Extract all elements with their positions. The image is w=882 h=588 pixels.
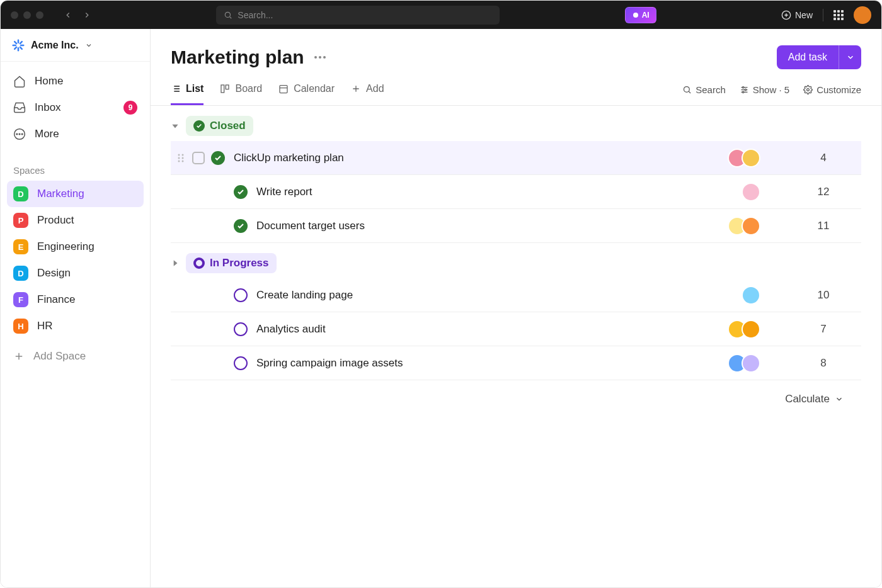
space-name: Marketing [37,188,84,200]
status-icon[interactable] [234,356,248,370]
svg-point-2 [633,13,638,18]
page-more-button[interactable] [314,56,326,59]
forward-icon[interactable] [83,11,91,20]
sidebar-space-finance[interactable]: FFinance [7,286,144,313]
plus-icon [13,351,25,362]
tab-board[interactable]: Board [220,83,262,105]
task-row[interactable]: Document target users 11 [171,209,861,243]
assignee-list [742,183,760,201]
sidebar: Acme Inc. Home Inbox 9 More Spaces DMark… [1,29,151,588]
svg-point-46 [178,160,180,162]
calendar-icon [278,84,289,94]
group-closed: Closed ClickUp marketing plan 4 Write re… [151,106,881,243]
svg-point-38 [745,89,747,91]
calculate-button[interactable]: Calculate [151,380,881,418]
add-task-button[interactable]: Add task [777,45,839,69]
sidebar-space-engineering[interactable]: EEngineering [7,234,144,260]
workspace-switcher[interactable]: Acme Inc. [1,29,150,62]
svg-line-11 [20,47,22,48]
task-row[interactable]: Create landing page 10 [171,278,861,312]
svg-point-43 [182,154,184,155]
new-button[interactable]: New [781,10,813,20]
ai-button[interactable]: AI [625,7,656,23]
group-status-pill[interactable]: In Progress [186,253,277,273]
svg-marker-41 [172,125,178,128]
assignee-avatar[interactable] [742,183,760,201]
svg-point-0 [226,12,231,17]
space-badge-icon: F [13,292,28,307]
assignee-list [728,149,760,167]
sidebar-space-marketing[interactable]: DMarketing [7,181,144,207]
view-tabs: List Board Calendar Add Search [151,69,881,106]
assignee-avatar[interactable] [742,286,760,305]
task-title: ClickUp marketing plan [234,152,728,164]
sidebar-space-hr[interactable]: HHR [7,313,144,339]
add-space-button[interactable]: Add Space [7,343,144,370]
add-task-dropdown[interactable] [839,45,861,69]
task-title: Analytics audit [256,323,728,336]
svg-point-45 [182,157,184,159]
status-icon[interactable] [234,219,248,233]
assignee-list [728,217,760,235]
task-row[interactable]: Write report 12 [171,175,861,209]
home-icon [13,75,26,88]
space-badge-icon: E [13,239,28,254]
user-avatar[interactable] [854,6,871,24]
task-row[interactable]: Analytics audit 7 [171,312,861,346]
status-icon[interactable] [234,322,248,336]
svg-point-37 [742,87,744,89]
group-status-pill[interactable]: Closed [186,116,253,136]
assignee-avatar[interactable] [742,217,760,235]
status-icon[interactable] [211,151,225,165]
plus-icon [351,84,361,94]
group-toggle-icon[interactable] [171,122,180,130]
view-search[interactable]: Search [682,84,726,95]
status-icon[interactable] [234,185,248,199]
svg-rect-28 [280,86,287,93]
window-controls[interactable] [11,11,43,19]
task-row[interactable]: ClickUp marketing plan 4 [171,141,861,175]
task-row[interactable]: Spring campaign image assets 8 [171,346,861,380]
task-checkbox[interactable] [192,152,205,164]
drag-handle-icon[interactable] [176,153,186,163]
sidebar-space-product[interactable]: PProduct [7,207,144,234]
svg-point-47 [182,160,184,162]
apps-icon[interactable] [833,10,844,20]
assignee-avatar[interactable] [742,354,760,373]
tab-list[interactable]: List [171,83,203,105]
svg-rect-27 [226,85,229,89]
svg-point-15 [16,133,18,135]
search-input[interactable]: Search... [216,6,500,25]
view-customize[interactable]: Customize [803,84,861,95]
group-toggle-icon[interactable] [171,259,180,268]
svg-point-42 [178,154,180,155]
sidebar-item-more[interactable]: More [7,121,144,147]
search-icon [682,85,692,94]
sidebar-item-inbox[interactable]: Inbox 9 [7,94,144,121]
sidebar-space-design[interactable]: DDesign [7,260,144,286]
list-icon [171,84,181,94]
assignee-avatar[interactable] [742,320,760,339]
svg-point-32 [684,87,690,93]
tab-calendar[interactable]: Calendar [278,83,335,105]
task-title: Document target users [256,220,728,232]
assignee-avatar[interactable] [742,149,760,167]
svg-line-12 [14,47,16,48]
page-title: Marketing plan [171,47,304,68]
task-count: 7 [786,323,861,336]
sidebar-item-home[interactable]: Home [7,68,144,94]
space-name: Finance [37,293,75,306]
status-icon[interactable] [234,288,248,302]
tab-add[interactable]: Add [351,83,384,105]
svg-rect-26 [221,85,224,93]
task-title: Spring campaign image assets [256,357,728,370]
task-count: 8 [786,357,861,370]
space-name: Engineering [37,240,94,253]
back-icon[interactable] [64,11,72,20]
svg-line-33 [689,91,691,93]
search-icon [224,11,232,20]
space-name: HR [37,320,53,332]
view-show[interactable]: Show · 5 [740,84,789,95]
plus-icon [781,10,791,20]
task-count: 4 [786,152,861,164]
